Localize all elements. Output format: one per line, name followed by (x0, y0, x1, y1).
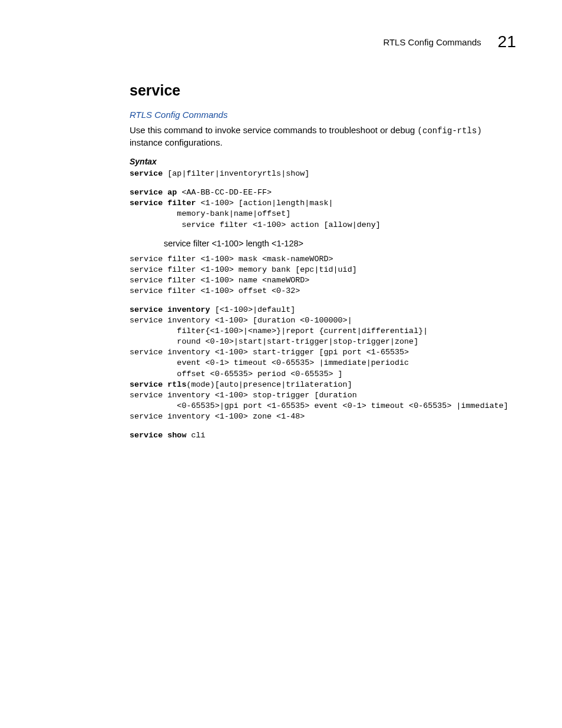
code-block-1: service [ap|filter|inventoryrtls|show] (130, 169, 516, 179)
code1-bold: service (130, 169, 163, 178)
intro-mono: (config-rtls) (418, 126, 482, 136)
code-block-5: service inventory [<1-100>|default] serv… (130, 305, 516, 422)
syntax-heading: Syntax (130, 157, 516, 166)
header-section-label: RTLS Config Commands (383, 37, 481, 47)
plain-line: service filter <1-100> length <1-128> (164, 239, 516, 248)
page-title: service (130, 82, 516, 99)
code-block-2: service ap <AA-BB-CC-DD-EE-FF> service f… (130, 187, 516, 230)
code2-rest: <AA-BB-CC-DD-EE-FF> (177, 188, 272, 197)
code3-bold: service filter (130, 199, 196, 207)
intro-paragraph: Use this command to invoke service comma… (130, 124, 516, 149)
code4: service filter <1-100> mask <mask-nameWO… (130, 255, 357, 295)
code-block-4: service filter <1-100> mask <mask-nameWO… (130, 254, 516, 297)
header-page-number: 21 (498, 32, 516, 51)
code7-bold: service show (130, 431, 186, 440)
code-block-7: service show cli (130, 430, 516, 441)
code5-bold: service inventory (130, 305, 210, 314)
page-header: RTLS Config Commands 21 (130, 32, 516, 51)
intro-prefix: Use this command to invoke service comma… (130, 125, 418, 135)
code7-rest: cli (186, 431, 205, 440)
section-link[interactable]: RTLS Config Commands (130, 110, 516, 120)
document-page: RTLS Config Commands 21 service RTLS Con… (0, 0, 562, 441)
code2-bold: service ap (130, 188, 177, 197)
code6-bold: service rtls (130, 380, 186, 389)
intro-suffix: instance configurations. (130, 137, 223, 147)
code5-rest: [<1-100>|default] service inventory <1-1… (130, 305, 428, 378)
code1-rest: [ap|filter|inventoryrtls|show] (163, 169, 309, 178)
code6-rest: (mode)[auto|presence|trilateration] serv… (130, 380, 508, 421)
